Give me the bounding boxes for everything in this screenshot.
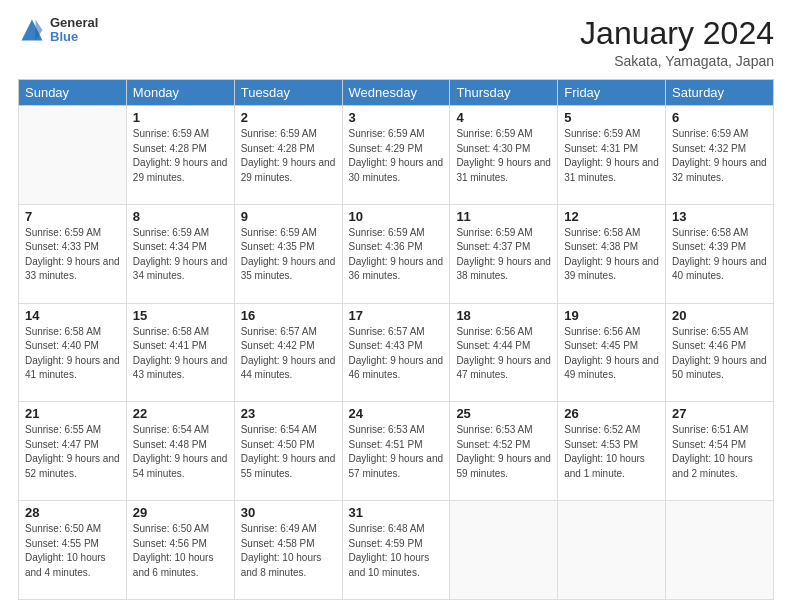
daylight-text: Daylight: 9 hours and 47 minutes. bbox=[456, 354, 551, 383]
sunset-text: Sunset: 4:51 PM bbox=[349, 438, 444, 453]
day-number: 31 bbox=[349, 505, 444, 520]
day-info: Sunrise: 6:50 AMSunset: 4:56 PMDaylight:… bbox=[133, 522, 228, 580]
daylight-text: Daylight: 10 hours and 8 minutes. bbox=[241, 551, 336, 580]
sunrise-text: Sunrise: 6:59 AM bbox=[133, 226, 228, 241]
logo-text: General Blue bbox=[50, 16, 98, 45]
header: General Blue January 2024 Sakata, Yamaga… bbox=[18, 16, 774, 69]
day-info: Sunrise: 6:56 AMSunset: 4:44 PMDaylight:… bbox=[456, 325, 551, 383]
daylight-text: Daylight: 9 hours and 49 minutes. bbox=[564, 354, 659, 383]
sunrise-text: Sunrise: 6:55 AM bbox=[672, 325, 767, 340]
col-monday: Monday bbox=[126, 80, 234, 106]
sunrise-text: Sunrise: 6:56 AM bbox=[456, 325, 551, 340]
day-info: Sunrise: 6:59 AMSunset: 4:29 PMDaylight:… bbox=[349, 127, 444, 185]
day-info: Sunrise: 6:59 AMSunset: 4:31 PMDaylight:… bbox=[564, 127, 659, 185]
sunrise-text: Sunrise: 6:59 AM bbox=[672, 127, 767, 142]
day-info: Sunrise: 6:53 AMSunset: 4:51 PMDaylight:… bbox=[349, 423, 444, 481]
table-row: 26Sunrise: 6:52 AMSunset: 4:53 PMDayligh… bbox=[558, 402, 666, 501]
daylight-text: Daylight: 10 hours and 2 minutes. bbox=[672, 452, 767, 481]
day-number: 3 bbox=[349, 110, 444, 125]
day-info: Sunrise: 6:56 AMSunset: 4:45 PMDaylight:… bbox=[564, 325, 659, 383]
daylight-text: Daylight: 9 hours and 30 minutes. bbox=[349, 156, 444, 185]
day-info: Sunrise: 6:59 AMSunset: 4:35 PMDaylight:… bbox=[241, 226, 336, 284]
day-number: 17 bbox=[349, 308, 444, 323]
table-row: 21Sunrise: 6:55 AMSunset: 4:47 PMDayligh… bbox=[19, 402, 127, 501]
table-row: 22Sunrise: 6:54 AMSunset: 4:48 PMDayligh… bbox=[126, 402, 234, 501]
logo-blue: Blue bbox=[50, 30, 98, 44]
day-info: Sunrise: 6:59 AMSunset: 4:30 PMDaylight:… bbox=[456, 127, 551, 185]
table-row: 4Sunrise: 6:59 AMSunset: 4:30 PMDaylight… bbox=[450, 106, 558, 205]
day-info: Sunrise: 6:54 AMSunset: 4:48 PMDaylight:… bbox=[133, 423, 228, 481]
day-number: 9 bbox=[241, 209, 336, 224]
day-number: 25 bbox=[456, 406, 551, 421]
table-row: 23Sunrise: 6:54 AMSunset: 4:50 PMDayligh… bbox=[234, 402, 342, 501]
daylight-text: Daylight: 9 hours and 31 minutes. bbox=[564, 156, 659, 185]
table-row: 9Sunrise: 6:59 AMSunset: 4:35 PMDaylight… bbox=[234, 204, 342, 303]
sunset-text: Sunset: 4:58 PM bbox=[241, 537, 336, 552]
day-number: 20 bbox=[672, 308, 767, 323]
sunrise-text: Sunrise: 6:53 AM bbox=[456, 423, 551, 438]
calendar-week-1: 1Sunrise: 6:59 AMSunset: 4:28 PMDaylight… bbox=[19, 106, 774, 205]
sunset-text: Sunset: 4:50 PM bbox=[241, 438, 336, 453]
day-number: 14 bbox=[25, 308, 120, 323]
logo-general: General bbox=[50, 16, 98, 30]
col-saturday: Saturday bbox=[666, 80, 774, 106]
table-row bbox=[19, 106, 127, 205]
sunrise-text: Sunrise: 6:58 AM bbox=[564, 226, 659, 241]
day-number: 27 bbox=[672, 406, 767, 421]
logo: General Blue bbox=[18, 16, 98, 45]
sunrise-text: Sunrise: 6:58 AM bbox=[133, 325, 228, 340]
table-row: 29Sunrise: 6:50 AMSunset: 4:56 PMDayligh… bbox=[126, 501, 234, 600]
day-info: Sunrise: 6:59 AMSunset: 4:32 PMDaylight:… bbox=[672, 127, 767, 185]
day-info: Sunrise: 6:57 AMSunset: 4:43 PMDaylight:… bbox=[349, 325, 444, 383]
sunset-text: Sunset: 4:36 PM bbox=[349, 240, 444, 255]
day-number: 30 bbox=[241, 505, 336, 520]
table-row: 11Sunrise: 6:59 AMSunset: 4:37 PMDayligh… bbox=[450, 204, 558, 303]
daylight-text: Daylight: 9 hours and 35 minutes. bbox=[241, 255, 336, 284]
daylight-text: Daylight: 9 hours and 29 minutes. bbox=[241, 156, 336, 185]
sunrise-text: Sunrise: 6:59 AM bbox=[456, 226, 551, 241]
daylight-text: Daylight: 9 hours and 50 minutes. bbox=[672, 354, 767, 383]
sunrise-text: Sunrise: 6:50 AM bbox=[25, 522, 120, 537]
sunrise-text: Sunrise: 6:50 AM bbox=[133, 522, 228, 537]
day-number: 1 bbox=[133, 110, 228, 125]
calendar-week-5: 28Sunrise: 6:50 AMSunset: 4:55 PMDayligh… bbox=[19, 501, 774, 600]
table-row: 2Sunrise: 6:59 AMSunset: 4:28 PMDaylight… bbox=[234, 106, 342, 205]
sunset-text: Sunset: 4:39 PM bbox=[672, 240, 767, 255]
daylight-text: Daylight: 9 hours and 43 minutes. bbox=[133, 354, 228, 383]
col-wednesday: Wednesday bbox=[342, 80, 450, 106]
daylight-text: Daylight: 9 hours and 34 minutes. bbox=[133, 255, 228, 284]
sunset-text: Sunset: 4:54 PM bbox=[672, 438, 767, 453]
sunset-text: Sunset: 4:53 PM bbox=[564, 438, 659, 453]
table-row: 27Sunrise: 6:51 AMSunset: 4:54 PMDayligh… bbox=[666, 402, 774, 501]
day-number: 21 bbox=[25, 406, 120, 421]
sunset-text: Sunset: 4:30 PM bbox=[456, 142, 551, 157]
day-info: Sunrise: 6:59 AMSunset: 4:36 PMDaylight:… bbox=[349, 226, 444, 284]
sunrise-text: Sunrise: 6:54 AM bbox=[241, 423, 336, 438]
day-info: Sunrise: 6:52 AMSunset: 4:53 PMDaylight:… bbox=[564, 423, 659, 481]
table-row: 17Sunrise: 6:57 AMSunset: 4:43 PMDayligh… bbox=[342, 303, 450, 402]
table-row: 3Sunrise: 6:59 AMSunset: 4:29 PMDaylight… bbox=[342, 106, 450, 205]
sunset-text: Sunset: 4:46 PM bbox=[672, 339, 767, 354]
day-number: 16 bbox=[241, 308, 336, 323]
table-row: 31Sunrise: 6:48 AMSunset: 4:59 PMDayligh… bbox=[342, 501, 450, 600]
table-row: 20Sunrise: 6:55 AMSunset: 4:46 PMDayligh… bbox=[666, 303, 774, 402]
sunset-text: Sunset: 4:48 PM bbox=[133, 438, 228, 453]
sunrise-text: Sunrise: 6:59 AM bbox=[133, 127, 228, 142]
sunset-text: Sunset: 4:35 PM bbox=[241, 240, 336, 255]
day-info: Sunrise: 6:59 AMSunset: 4:28 PMDaylight:… bbox=[133, 127, 228, 185]
day-number: 12 bbox=[564, 209, 659, 224]
sunrise-text: Sunrise: 6:59 AM bbox=[25, 226, 120, 241]
day-number: 23 bbox=[241, 406, 336, 421]
daylight-text: Daylight: 10 hours and 4 minutes. bbox=[25, 551, 120, 580]
sunset-text: Sunset: 4:40 PM bbox=[25, 339, 120, 354]
sunrise-text: Sunrise: 6:57 AM bbox=[349, 325, 444, 340]
table-row: 12Sunrise: 6:58 AMSunset: 4:38 PMDayligh… bbox=[558, 204, 666, 303]
sunrise-text: Sunrise: 6:59 AM bbox=[241, 226, 336, 241]
day-number: 2 bbox=[241, 110, 336, 125]
daylight-text: Daylight: 9 hours and 40 minutes. bbox=[672, 255, 767, 284]
day-info: Sunrise: 6:57 AMSunset: 4:42 PMDaylight:… bbox=[241, 325, 336, 383]
day-number: 15 bbox=[133, 308, 228, 323]
daylight-text: Daylight: 9 hours and 57 minutes. bbox=[349, 452, 444, 481]
day-info: Sunrise: 6:49 AMSunset: 4:58 PMDaylight:… bbox=[241, 522, 336, 580]
col-friday: Friday bbox=[558, 80, 666, 106]
